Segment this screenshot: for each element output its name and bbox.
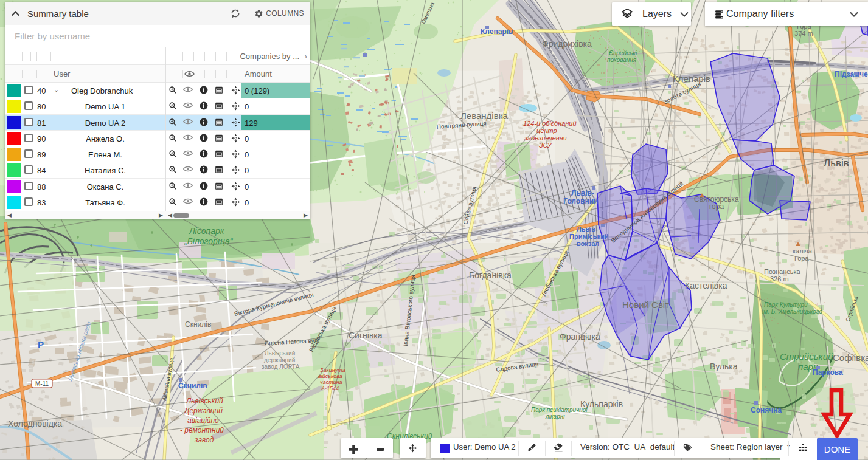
svg-text:Державний: Державний (183, 407, 223, 415)
svg-text:центр: центр (536, 127, 557, 134)
svg-text:Приміський: Приміський (569, 233, 609, 240)
svg-text:ЗСУ: ЗСУ (539, 142, 552, 149)
svg-text:P: P (38, 339, 44, 349)
svg-text:Гора: Гора (794, 255, 809, 262)
svg-text:завод: завод (194, 436, 214, 444)
svg-text:Львів: Львів (824, 157, 849, 169)
svg-text:Підзамче: Підзамче (835, 70, 868, 78)
svg-text:вокзал: вокзал (577, 240, 599, 247)
svg-text:Закинута: Закинута (320, 367, 345, 373)
svg-text:лікарні: лікарні (545, 413, 565, 420)
svg-text:державний: державний (264, 357, 295, 363)
svg-text:каліча: каліча (793, 247, 813, 255)
svg-text:Холодновідка: Холодновідка (8, 419, 62, 428)
svg-text:поховання: поховання (607, 57, 637, 63)
svg-text:завод ЛОРТА: завод ЛОРТА (262, 363, 300, 370)
svg-text:Парк психіатричної: Парк психіатричної (531, 407, 588, 413)
svg-text:Стрийський: Стрийський (780, 351, 833, 362)
svg-text:авіаційно: авіаційно (187, 416, 219, 425)
svg-text:„Білогорща“: „Білогорща“ (184, 236, 234, 246)
svg-text:М-11: М-11 (35, 380, 49, 387)
svg-text:Новий Світ: Новий Світ (622, 300, 669, 310)
svg-text:Львівський: Львівський (186, 397, 223, 405)
svg-text:Скнилів: Скнилів (178, 382, 207, 390)
svg-text:Богданівка: Богданівка (469, 270, 512, 280)
svg-text:Львів-: Львів- (577, 225, 598, 233)
svg-text:ім. Б. Хмельницького: ім. Б. Хмельницького (762, 308, 822, 315)
svg-text:гора: гора (709, 202, 724, 211)
svg-text:Скнилів: Скнилів (185, 320, 211, 329)
svg-text:Фридрихівка: Фридрихівка (542, 39, 592, 49)
svg-text:- ремонтний: - ремонтний (180, 426, 224, 434)
svg-text:Софіівка: Софіівка (833, 352, 868, 363)
svg-text:Головний: Головний (563, 197, 598, 205)
svg-text:124-й об'єднаний: 124-й об'єднаний (523, 120, 577, 127)
svg-text:А-1544: А-1544 (321, 385, 339, 391)
svg-text:Паркова: Паркова (813, 368, 843, 377)
svg-text:Вулька: Вулька (710, 362, 738, 371)
svg-text:Левандівка: Левандівка (460, 111, 509, 121)
svg-text:забезпечення: забезпечення (524, 134, 567, 142)
svg-text:військова: військова (318, 373, 342, 379)
svg-text:Кастелівка: Кастелівка (685, 281, 727, 290)
svg-text:Францівка: Францівка (560, 332, 600, 342)
svg-text:Парк Культури: Парк Культури (764, 301, 808, 308)
svg-text:Сонячна: Сонячна (751, 406, 782, 414)
svg-text:Львівський: Львівський (265, 350, 295, 357)
svg-text:374 m: 374 m (794, 30, 813, 37)
svg-text:Лісопарк: Лісопарк (189, 226, 225, 236)
svg-text:Познанська: Познанська (764, 268, 800, 275)
svg-text:Клепарів: Клепарів (673, 74, 710, 84)
svg-text:326 m: 326 m (770, 275, 789, 283)
svg-text:Львів-: Львів- (571, 189, 594, 197)
svg-text:частина: частина (320, 379, 342, 385)
svg-text:Сигнівка: Сигнівка (349, 331, 383, 340)
svg-text:Єврейські: Єврейські (609, 50, 637, 57)
